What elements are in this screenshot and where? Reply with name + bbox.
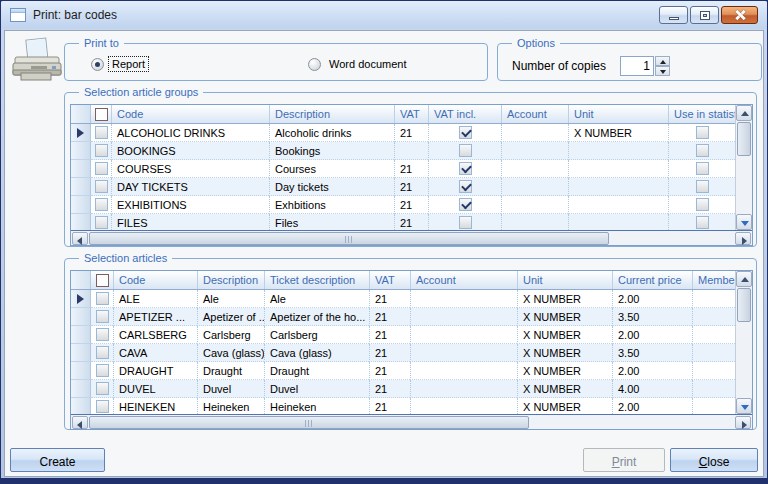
table-row[interactable]: ALCOHOLIC DRINKSAlcoholic drinks21X NUMB…: [71, 124, 735, 142]
column-header-account[interactable]: Account: [501, 105, 568, 123]
table-row[interactable]: DRAUGHTDraughtDraught21X NUMBER2.00: [71, 362, 735, 380]
select-all-checkbox[interactable]: [96, 274, 109, 287]
vat_incl-checkbox[interactable]: [459, 144, 472, 157]
word-document-radio[interactable]: [308, 58, 321, 71]
close-dialog-button[interactable]: Close: [670, 448, 758, 472]
scroll-right-button[interactable]: [735, 416, 751, 429]
table-row[interactable]: DUVELDuvelDuvel21X NUMBER4.00: [71, 380, 735, 398]
row-select-checkbox[interactable]: [95, 162, 108, 175]
article-groups-grid[interactable]: CodeDescriptionVATVAT incl.AccountUnitUs…: [70, 104, 753, 246]
use_in_statistics-checkbox[interactable]: [696, 198, 709, 211]
create-button[interactable]: Create: [10, 448, 105, 472]
horizontal-scrollbar[interactable]: [71, 230, 752, 245]
maximize-button[interactable]: [690, 6, 719, 24]
report-radio-label[interactable]: Report: [109, 57, 148, 71]
table-row[interactable]: COURSESCourses21: [71, 160, 735, 178]
table-row[interactable]: CARLSBERGCarlsbergCarlsberg21X NUMBER2.0…: [71, 326, 735, 344]
row-selector[interactable]: [71, 362, 91, 380]
column-header-vat_incl[interactable]: VAT incl.: [428, 105, 501, 123]
column-header-description[interactable]: Description: [269, 105, 394, 123]
row-select-checkbox[interactable]: [95, 180, 108, 193]
report-radio[interactable]: [91, 58, 104, 71]
column-header-use_in_statistics[interactable]: Use in statist: [668, 105, 735, 123]
cell-code: COURSES: [111, 160, 269, 178]
scroll-up-button[interactable]: [736, 271, 752, 287]
vat_incl-checkbox[interactable]: [459, 162, 472, 175]
use_in_statistics-checkbox[interactable]: [696, 126, 709, 139]
vertical-scrollbar[interactable]: [735, 105, 752, 230]
use_in_statistics-checkbox[interactable]: [696, 216, 709, 229]
column-header-description[interactable]: Description: [197, 271, 264, 289]
column-header-account[interactable]: Account: [410, 271, 517, 289]
row-select-checkbox[interactable]: [96, 400, 109, 413]
row-selector[interactable]: [71, 308, 91, 326]
table-row[interactable]: DAY TICKETSDay tickets21: [71, 178, 735, 196]
row-selector[interactable]: [71, 380, 91, 398]
row-select-checkbox[interactable]: [95, 216, 108, 229]
articles-grid[interactable]: CodeDescriptionTicket descriptionVATAcco…: [70, 270, 753, 430]
row-selector[interactable]: [71, 142, 91, 160]
row-select-checkbox[interactable]: [96, 328, 109, 341]
row-select-checkbox[interactable]: [96, 292, 109, 305]
table-row[interactable]: BOOKINGSBookings: [71, 142, 735, 160]
table-row[interactable]: CAVACava (glass)Cava (glass)21X NUMBER3.…: [71, 344, 735, 362]
row-selector[interactable]: [71, 178, 91, 196]
scroll-down-button[interactable]: [736, 398, 752, 414]
row-selector[interactable]: [71, 344, 91, 362]
scroll-left-button[interactable]: [72, 416, 88, 429]
title-bar[interactable]: Print: bar codes: [1, 1, 767, 29]
horizontal-scroll-thumb[interactable]: [89, 232, 609, 245]
cell-unit: X NUMBER: [517, 344, 612, 362]
row-selector[interactable]: [71, 326, 91, 344]
copies-decrement-button[interactable]: [655, 66, 670, 76]
print-button[interactable]: Print: [583, 448, 665, 472]
column-header-vat[interactable]: VAT: [394, 105, 428, 123]
column-header-ticket_description[interactable]: Ticket description: [264, 271, 369, 289]
column-header-unit[interactable]: Unit: [568, 105, 668, 123]
vertical-scrollbar[interactable]: [735, 271, 752, 414]
vat_incl-checkbox[interactable]: [459, 180, 472, 193]
minimize-button[interactable]: [659, 6, 688, 24]
column-header-members[interactable]: Members: [692, 271, 735, 289]
table-row[interactable]: ALEAleAle21X NUMBER2.00: [71, 290, 735, 308]
vat_incl-checkbox[interactable]: [459, 198, 472, 211]
horizontal-scrollbar[interactable]: [71, 414, 752, 429]
column-header-vat[interactable]: VAT: [369, 271, 410, 289]
use_in_statistics-checkbox[interactable]: [696, 180, 709, 193]
column-header-code[interactable]: Code: [113, 271, 197, 289]
copies-input[interactable]: 1: [620, 56, 654, 76]
scroll-up-button[interactable]: [736, 105, 752, 121]
vat_incl-checkbox[interactable]: [459, 216, 472, 229]
column-header-current_price[interactable]: Current price: [612, 271, 692, 289]
scroll-left-button[interactable]: [72, 232, 88, 245]
table-row[interactable]: EXHIBITIONSExhbitions21: [71, 196, 735, 214]
row-selector[interactable]: [71, 124, 91, 142]
row-selector[interactable]: [71, 290, 91, 308]
row-select-checkbox[interactable]: [96, 346, 109, 359]
scroll-down-button[interactable]: [736, 214, 752, 230]
vertical-scroll-thumb[interactable]: [737, 288, 751, 322]
row-selector[interactable]: [71, 160, 91, 178]
row-select-checkbox[interactable]: [95, 198, 108, 211]
row-select-checkbox[interactable]: [96, 310, 109, 323]
scroll-right-button[interactable]: [735, 232, 751, 245]
row-select-checkbox[interactable]: [96, 364, 109, 377]
row-select-checkbox[interactable]: [95, 126, 108, 139]
use_in_statistics-checkbox[interactable]: [696, 162, 709, 175]
use_in_statistics-checkbox[interactable]: [696, 144, 709, 157]
horizontal-scroll-thumb[interactable]: [89, 416, 529, 429]
copies-increment-button[interactable]: [655, 56, 670, 66]
word-document-radio-label[interactable]: Word document: [326, 57, 409, 71]
select-all-checkbox[interactable]: [95, 108, 108, 121]
vat_incl-checkbox[interactable]: [459, 126, 472, 139]
row-selector[interactable]: [71, 196, 91, 214]
row-select-checkbox[interactable]: [95, 144, 108, 157]
close-button[interactable]: [721, 6, 758, 24]
vertical-scroll-thumb[interactable]: [737, 122, 751, 156]
column-header-code[interactable]: Code: [111, 105, 269, 123]
table-row[interactable]: APETIZER ...Apetizer of ...Apetizer of t…: [71, 308, 735, 326]
column-header-unit[interactable]: Unit: [517, 271, 612, 289]
cell-account: [501, 196, 568, 214]
cell-members: [692, 344, 735, 362]
row-select-checkbox[interactable]: [96, 382, 109, 395]
